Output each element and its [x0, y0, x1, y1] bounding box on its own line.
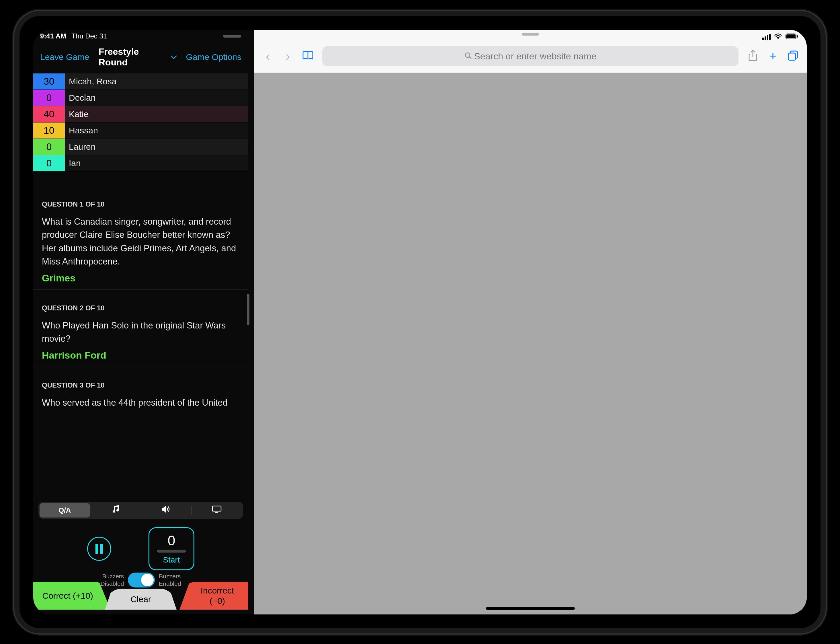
safari-content-area[interactable]	[254, 73, 807, 614]
question-3-header: QUESTION 3 OF 10	[33, 367, 248, 396]
plus-icon: +	[770, 49, 777, 63]
player-name: Declan	[65, 90, 248, 106]
round-title-dropdown[interactable]: Freestyle Round	[98, 46, 177, 68]
question-3-text: Who served as the 44th president of the …	[33, 396, 248, 414]
player-row[interactable]: 40Katie	[33, 106, 248, 123]
timer-progress	[157, 550, 186, 552]
chevron-right-icon: ›	[286, 49, 290, 63]
svg-point-6	[465, 53, 470, 58]
question-2-header: QUESTION 2 OF 10	[33, 290, 248, 319]
home-indicator[interactable]	[486, 607, 575, 610]
back-button[interactable]: ‹	[262, 51, 273, 62]
ipad-device-frame: 9:41 AM Thu Dec 31 Leave Game Freestyle …	[14, 11, 826, 633]
search-icon	[465, 51, 472, 62]
pause-icon	[95, 544, 103, 554]
controls-panel: Q/A	[33, 494, 248, 614]
player-name: Lauren	[65, 139, 248, 155]
leave-game-button[interactable]: Leave Game	[40, 52, 90, 62]
player-score: 0	[33, 155, 65, 171]
trivia-app-panel: 9:41 AM Thu Dec 31 Leave Game Freestyle …	[33, 30, 248, 614]
share-icon	[748, 49, 758, 63]
player-row[interactable]: 30Micah, Rosa	[33, 74, 248, 90]
url-search-field[interactable]: Search or enter website name	[322, 46, 738, 66]
cellular-signal-icon	[762, 34, 771, 40]
segment-music[interactable]	[90, 503, 141, 518]
players-list: 30Micah, Rosa0Declan40Katie10Hassan0Laur…	[33, 74, 248, 172]
scoring-buttons: Correct (+10) Incorrect (−0) Clear	[33, 582, 248, 610]
svg-rect-9	[788, 53, 796, 60]
question-1-header: QUESTION 1 OF 10	[33, 172, 248, 215]
player-row[interactable]: 0Lauren	[33, 139, 248, 155]
safari-panel: ‹ › Search or enter website name	[254, 30, 807, 614]
player-row[interactable]: 0Ian	[33, 155, 248, 172]
screen: 9:41 AM Thu Dec 31 Leave Game Freestyle …	[33, 30, 807, 614]
pause-button[interactable]	[87, 537, 111, 561]
game-options-button[interactable]: Game Options	[186, 52, 241, 62]
segment-sound[interactable]	[141, 503, 192, 518]
url-placeholder: Search or enter website name	[474, 51, 597, 62]
wifi-icon	[774, 33, 782, 41]
view-segmented-control[interactable]: Q/A	[38, 502, 243, 519]
start-timer-button[interactable]: 0 Start	[149, 527, 194, 570]
chevron-left-icon: ‹	[266, 49, 270, 63]
question-1-text: What is Canadian singer, songwriter, and…	[33, 215, 248, 273]
book-icon	[302, 51, 314, 62]
player-score: 40	[33, 106, 65, 122]
battery-icon	[786, 33, 798, 41]
tabs-button[interactable]	[787, 51, 799, 62]
question-1-answer: Grimes	[33, 273, 248, 289]
tabs-icon	[788, 50, 798, 62]
svg-rect-5	[797, 35, 798, 38]
player-row[interactable]: 10Hassan	[33, 123, 248, 139]
player-score: 0	[33, 90, 65, 106]
question-2-answer: Harrison Ford	[33, 350, 248, 366]
svg-point-2	[778, 38, 779, 39]
round-title-label: Freestyle Round	[98, 46, 168, 68]
clear-button[interactable]: Clear	[105, 589, 177, 610]
player-name: Katie	[65, 106, 248, 122]
player-row[interactable]: 0Declan	[33, 90, 248, 106]
player-name: Ian	[65, 155, 248, 171]
safari-toolbar: ‹ › Search or enter website name	[254, 30, 807, 73]
start-label: Start	[163, 555, 180, 565]
incorrect-button[interactable]: Incorrect (−0)	[180, 582, 248, 610]
status-bar-left: 9:41 AM Thu Dec 31	[33, 30, 248, 43]
player-score: 0	[33, 139, 65, 155]
svg-rect-1	[215, 512, 218, 513]
chevron-down-icon	[170, 53, 177, 61]
correct-button[interactable]: Correct (+10)	[33, 582, 111, 610]
safari-url-row: ‹ › Search or enter website name	[254, 44, 807, 72]
segment-display[interactable]	[192, 503, 242, 518]
new-tab-button[interactable]: +	[767, 51, 779, 62]
music-note-icon	[112, 505, 119, 516]
player-name: Hassan	[65, 123, 248, 138]
display-icon	[212, 506, 222, 515]
player-name: Micah, Rosa	[65, 74, 248, 89]
svg-rect-4	[786, 34, 796, 38]
timer-row: 0 Start	[33, 527, 248, 570]
timer-value: 0	[168, 533, 175, 549]
svg-line-7	[469, 57, 471, 59]
status-time: 9:41 AM	[40, 32, 66, 40]
player-score: 10	[33, 123, 65, 138]
bookmarks-button[interactable]	[302, 51, 314, 62]
segment-qa[interactable]: Q/A	[39, 503, 90, 518]
speaker-icon	[161, 505, 171, 515]
status-bar-right	[254, 30, 807, 44]
share-button[interactable]	[747, 51, 758, 62]
nav-bar: Leave Game Freestyle Round Game Options	[33, 43, 248, 74]
status-date: Thu Dec 31	[71, 32, 107, 40]
question-2-text: Who Played Han Solo in the original Star…	[33, 319, 248, 350]
player-score: 30	[33, 74, 65, 89]
svg-rect-0	[213, 506, 221, 511]
scroll-indicator[interactable]	[247, 294, 249, 325]
forward-button[interactable]: ›	[282, 51, 293, 62]
multitask-pill-icon[interactable]	[223, 35, 241, 38]
multitask-handle-icon[interactable]	[522, 33, 539, 36]
